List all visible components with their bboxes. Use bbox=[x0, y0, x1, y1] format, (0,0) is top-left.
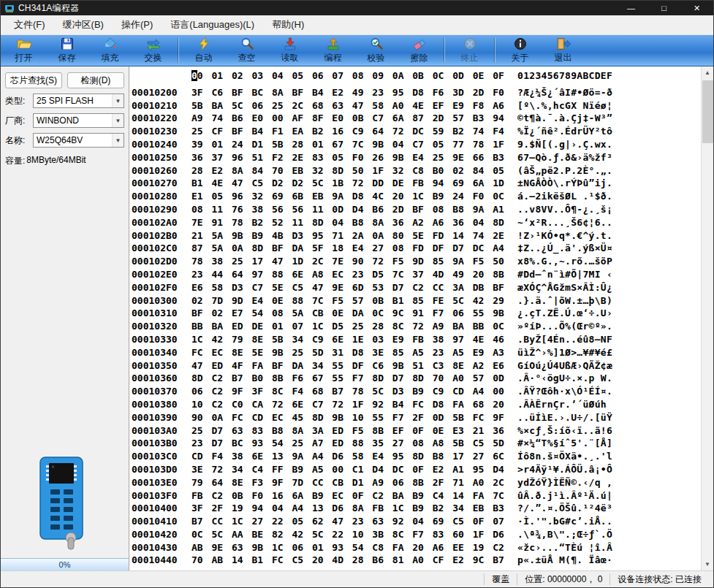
hex-row-bytes[interactable]: 3F 2F 19 94 04 A4 13 D6 8A FB 1C B9 B2 3… bbox=[191, 502, 513, 515]
vertical-scrollbar[interactable]: ▲ ▼ bbox=[701, 66, 713, 570]
chip-search-button[interactable]: 芯片查找(S) bbox=[5, 72, 62, 88]
hex-row-ascii[interactable]: ¿.çT.ZË.Ú.œ‘÷.U› bbox=[517, 307, 612, 320]
swap-button[interactable]: 交换 bbox=[132, 36, 174, 65]
minimize-button[interactable]: — bbox=[615, 1, 647, 15]
hex-row-ascii[interactable]: 67–Qò.ƒ.ð&›ä%žf³ bbox=[517, 151, 612, 164]
scroll-down-icon[interactable]: ▼ bbox=[702, 558, 713, 570]
hex-row-bytes[interactable]: E1 05 96 32 69 6B EB 9A D8 4C 20 1C B9 2… bbox=[191, 190, 513, 203]
hex-row-bytes[interactable]: 23 44 64 97 88 6E A8 EC 23 D5 7C 37 4D 4… bbox=[191, 268, 513, 281]
hex-row-ascii[interactable]: %×cƒ¸Š:íõ‹ï..ã!6 bbox=[517, 424, 612, 438]
hex-row-bytes[interactable]: A9 74 B6 E0 00 AF 8F E0 0B C7 6A 87 2D 5… bbox=[191, 112, 513, 125]
hex-row-bytes[interactable]: 25 D7 63 83 B8 8A 3A ED F5 8B EF 0F 0E E… bbox=[191, 424, 513, 438]
hex-row-bytes[interactable]: 39 01 24 D1 5B 28 01 67 7C 9B 04 C7 05 7… bbox=[191, 138, 513, 151]
hex-row-ascii[interactable]: #Dd—ˆn¨ì#Õ|7MI ‹ bbox=[517, 268, 612, 281]
hex-row-bytes[interactable]: 23 D7 BC 93 54 25 A7 ED 88 35 27 08 A8 5… bbox=[191, 437, 513, 450]
detect-button[interactable]: 检测(D) bbox=[67, 72, 124, 88]
blank-check-button[interactable]: 查空 bbox=[226, 36, 267, 65]
hex-row-bytes[interactable]: 3E 72 34 C4 FF B9 A5 00 C1 D4 DC 0F E2 A… bbox=[191, 463, 513, 476]
save-button[interactable]: 保存 bbox=[46, 36, 88, 65]
menu-item-language[interactable]: 语言(Languages)(L) bbox=[162, 15, 263, 34]
hex-row-ascii[interactable]: GíOú¿Ú4UßÆ›QÃŽ¢æ bbox=[517, 359, 612, 373]
menu-item-help[interactable]: 帮助(H) bbox=[263, 15, 313, 34]
chevron-down-icon[interactable]: ▼ bbox=[112, 134, 124, 147]
hex-row-ascii[interactable]: .}.ä.ˆ|õW.±…þ\B) bbox=[517, 294, 612, 308]
hex-row-ascii[interactable]: ..üÍìE.›.U÷/.[üŸ bbox=[517, 411, 612, 424]
hex-row-bytes[interactable]: 02 7D 9D E4 0E 88 7C F5 57 0B B1 85 FE 5… bbox=[191, 294, 513, 308]
hex-row-ascii[interactable]: ‡Z..¿Ú_.ä'.ýß×Ü¤ bbox=[517, 242, 612, 255]
hex-row-bytes[interactable]: 47 ED 4F FA BF DA 34 55 DF C6 9B 51 C3 8… bbox=[191, 359, 513, 373]
hex-row-ascii[interactable]: #×¼“T%§íˆ5'.¨[Å] bbox=[517, 437, 612, 450]
hex-row-ascii[interactable]: æXÓÇ^ÅGžmS×ÂÌ:Û¿ bbox=[517, 281, 612, 294]
hex-row-bytes[interactable]: 90 0A FC CD EC 45 8D 9B 10 55 F7 2F 0D 5… bbox=[191, 411, 513, 424]
open-button[interactable]: 打开 bbox=[3, 36, 45, 65]
hex-row-bytes[interactable]: FC EC 8E 5E 9B 25 5D 31 D8 3E 85 A5 23 A… bbox=[191, 346, 513, 359]
hex-row-bytes[interactable]: 08 11 76 38 56 56 11 0D D4 B6 2D BF 08 B… bbox=[191, 203, 513, 216]
menu-item-operation[interactable]: 操作(P) bbox=[113, 15, 162, 34]
hex-row-ascii[interactable]: ©t¶à.¯.à.Çj‡-W³” bbox=[517, 112, 612, 125]
menu-item-file[interactable]: 文件(F) bbox=[5, 15, 54, 34]
hex-row-ascii[interactable]: .ÂÀÊrnÇr.’´üØúh bbox=[517, 398, 612, 411]
hex-row-bytes[interactable]: B1 4E 47 C5 D2 D2 5C 1B 72 DD DE FB 94 6… bbox=[191, 177, 513, 190]
chevron-down-icon[interactable]: ▼ bbox=[112, 114, 124, 127]
hex-row-ascii[interactable]: %Ï¿´ñê².ÉdrÜY²tô bbox=[517, 125, 612, 138]
hex-row-bytes[interactable]: 87 5A 0A 8D BF DA 5F 18 E4 27 08 FD DF D… bbox=[191, 242, 513, 255]
hex-row-bytes[interactable]: 0C 5C AA BE 82 42 5C 22 10 3B 8C F7 83 6… bbox=[191, 528, 513, 541]
hex-row-bytes[interactable]: 36 37 96 51 F2 2E 83 05 F0 26 9B E4 25 9… bbox=[191, 151, 513, 164]
menu-item-buffer[interactable]: 缓冲区(B) bbox=[54, 15, 113, 34]
auto-button[interactable]: 自动 bbox=[183, 36, 224, 65]
hex-row-ascii[interactable]: üìŽ^›%]1Ø>…¥#¥é£ bbox=[517, 346, 612, 359]
hex-row-ascii[interactable]: .ÂŸ?Œôh·x\Ó¹ÉÍ¤. bbox=[517, 385, 612, 398]
hex-row-bytes[interactable]: 10 C2 C0 CA 72 6E C7 72 1F 92 B4 FC D8 F… bbox=[191, 398, 513, 411]
erase-button[interactable]: 擦除 bbox=[398, 36, 440, 65]
hex-row-ascii[interactable]: p«.±üÅ M(¶. Ïâœ· bbox=[517, 554, 612, 567]
hex-row-ascii[interactable]: ydŽóŸ}ÌËÑ©.‹/q , bbox=[517, 476, 612, 489]
hex-row-bytes[interactable]: 78 38 25 17 47 1D 2C 7E 90 72 F5 9D 85 9… bbox=[191, 255, 513, 268]
hex-row-bytes[interactable]: 79 64 8E F3 9F 7D CC CB D1 A9 06 8B 2F 7… bbox=[191, 476, 513, 489]
hex-row-bytes[interactable]: E6 58 D3 C7 5E C5 47 9E 6D 53 D7 C2 CC 3… bbox=[191, 281, 513, 294]
hex-row-bytes[interactable]: 3F C6 BF BC 8A BF B4 E2 49 23 95 D8 F6 3… bbox=[191, 86, 513, 99]
hex-row-ascii[interactable]: ?/.”.¤.ÖŠû.¹²4ë³ bbox=[517, 502, 612, 515]
scrollbar-thumb[interactable] bbox=[702, 80, 713, 143]
hex-row-bytes[interactable]: B7 CC 1C 27 22 05 62 47 23 63 92 04 69 C… bbox=[191, 515, 513, 528]
hex-row-bytes[interactable]: FB C2 0B F0 16 6A B9 EC 0F C2 BA B9 C4 1… bbox=[191, 489, 513, 503]
hex-row-ascii[interactable]: ..v8VV..Ô¶-¿.¸š¡ bbox=[517, 203, 612, 216]
verify-button[interactable]: 校验 bbox=[355, 36, 397, 65]
hex-row-bytes[interactable]: 25 CF BF B4 F1 EA B2 16 C9 64 72 DC 59 B… bbox=[191, 125, 513, 138]
hex-row-bytes[interactable]: 21 5A 9B B9 4B D3 95 71 2A 0A 80 5E FD 1… bbox=[191, 229, 513, 243]
hex-row-bytes[interactable]: CD F4 38 6E 13 9A A4 D6 58 E4 95 8D B8 1… bbox=[191, 450, 513, 463]
hex-row-ascii[interactable]: ±NGÅÒÒ\.rÝÞû”ij. bbox=[517, 177, 612, 190]
vendor-select[interactable]: WINBOND ▼ bbox=[33, 113, 124, 128]
hex-row-ascii[interactable]: á.–2ikëšØL .¹$ð. bbox=[517, 190, 612, 203]
hex-row-ascii[interactable]: .ByŽ[4Én..éû8—NF bbox=[517, 333, 612, 346]
close-button[interactable]: ✕ bbox=[680, 1, 713, 15]
hex-row-ascii[interactable]: x8%.G.,~.rõ.…šõP bbox=[517, 255, 612, 268]
hex-row-bytes[interactable]: AB 9E 63 9B 1C 06 01 93 54 C8 FA 20 A6 E… bbox=[191, 541, 513, 554]
fill-button[interactable]: 填充 bbox=[89, 36, 131, 65]
chip-name-select[interactable]: W25Q64BV ▼ bbox=[33, 133, 124, 148]
scrollbar-track[interactable] bbox=[702, 79, 713, 558]
hex-row-bytes[interactable]: BB BA ED DE 01 07 1C D5 25 28 8C 72 A9 B… bbox=[191, 320, 513, 333]
scroll-up-icon[interactable]: ▲ bbox=[702, 66, 713, 79]
hex-row-ascii[interactable]: >r4Äÿ¹¥.ÁÔÜ.â¡•Ô bbox=[517, 463, 612, 476]
about-button[interactable]: 关于 bbox=[499, 36, 541, 65]
exit-button[interactable]: 退出 bbox=[542, 36, 584, 65]
hex-row-ascii[interactable]: .Â·°‹ögU÷.×.p W. bbox=[517, 372, 612, 385]
maximize-button[interactable]: □ bbox=[647, 1, 680, 15]
hex-row-ascii[interactable]: ?Æ¿¼Š¿´âI#•Øö=-ð bbox=[517, 86, 612, 99]
program-button[interactable]: 编程 bbox=[312, 36, 354, 65]
hex-row-bytes[interactable]: 5B BA 5C 06 25 2C 68 63 47 58 A0 4E EF E… bbox=[191, 99, 513, 112]
hex-row-bytes[interactable]: 06 C2 9F 3F 8C F4 68 B7 78 5C D3 B9 C9 C… bbox=[191, 385, 513, 398]
hex-row-ascii[interactable]: !Z›¹KÓ•q*.€^ý.t. bbox=[517, 229, 612, 243]
type-select[interactable]: 25 SPI FLASH ▼ bbox=[33, 93, 124, 108]
hex-row-ascii[interactable]: Íô8n.š¤ÖXä•.¸.'l bbox=[517, 450, 612, 463]
hex-row-bytes[interactable]: 70 AB 14 B1 FC C5 20 4D 28 B6 81 A0 CF E… bbox=[191, 554, 513, 567]
hex-row-ascii[interactable]: «žc›...“TÈú ¦î.Â bbox=[517, 541, 612, 554]
hex-row-bytes[interactable]: 28 E2 8A 84 70 EB 32 8D 50 1F 32 C8 B0 0… bbox=[191, 164, 513, 177]
hex-row-bytes[interactable]: BF 02 E7 54 08 5A CB 0E DA 0C 9C 91 F7 0… bbox=[191, 307, 513, 320]
hex-row-ascii[interactable]: 9.$Ñ[(.g|›.Ç.wx. bbox=[517, 138, 612, 151]
hex-row-ascii[interactable]: (âŠ„pë2.P.2È°.„. bbox=[517, 164, 612, 177]
hex-row-bytes[interactable]: 7E 91 78 B2 52 11 8D 04 B8 8A 36 A2 A6 3… bbox=[191, 216, 513, 229]
chevron-down-icon[interactable]: ▼ bbox=[112, 94, 124, 107]
hex-row-ascii[interactable]: .\ª¾‚B\".;Œ÷ƒ`.Ö bbox=[517, 528, 612, 541]
hex-row-ascii[interactable]: [º\.%,hcGX Nïéø¦ bbox=[517, 99, 612, 112]
